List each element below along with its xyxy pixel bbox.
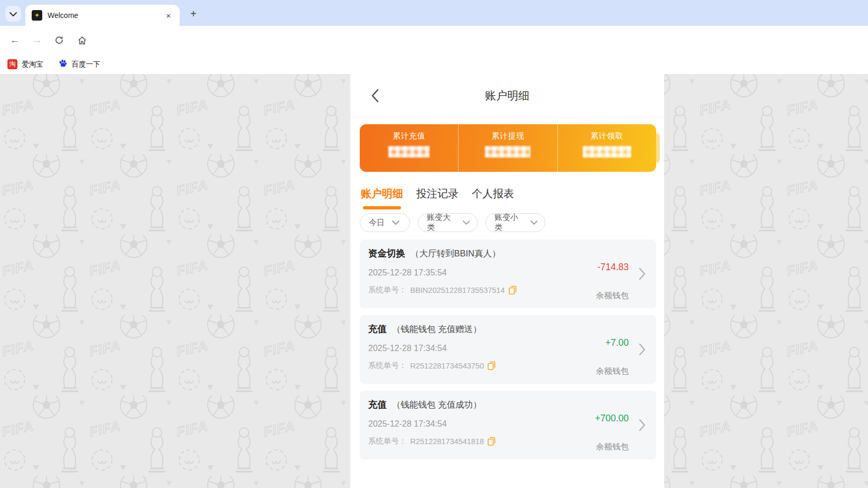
item-wallet-label: 余额钱包 [596, 441, 629, 453]
item-title: 充值 [368, 398, 387, 411]
reload-button[interactable] [52, 33, 67, 48]
transaction-list: 资金切换 （大厅转到BBIN真人） 2025-12-28 17:35:54 系统… [360, 240, 656, 459]
new-tab-button[interactable]: + [186, 6, 201, 21]
list-item[interactable]: 充值 （钱能钱包 充值成功） 2025-12-28 17:34:54 系统单号：… [360, 391, 656, 459]
stats-carousel: 累计充值 累计提现 累计领取 [360, 124, 656, 172]
bookmark-label: 爱淘宝 [22, 60, 43, 69]
item-serial-value: R2512281734543750 [410, 362, 484, 370]
bookmark-baidu[interactable]: 百度一下 [58, 59, 100, 70]
stat-total-claimed: 累计领取 [557, 124, 656, 172]
item-amount: +7.00 [605, 337, 629, 348]
content-panel: 账户明细 累计充值 累计提现 累计领取 账户明细 [350, 74, 664, 488]
chevron-down-icon [10, 9, 17, 19]
copy-icon [488, 437, 496, 446]
home-button[interactable] [74, 33, 89, 48]
stat-total-withdraw: 累计提现 [458, 124, 557, 172]
screen: ✦ Welcome × + ← → [0, 0, 868, 488]
chevron-right-icon [639, 419, 646, 434]
filter-label: 今日 [369, 218, 385, 228]
item-title: 充值 [368, 323, 387, 335]
stat-value-masked [583, 146, 631, 158]
chevron-right-icon [639, 268, 646, 282]
tab-close-button[interactable]: × [164, 11, 173, 20]
filter-label: 账变大类 [427, 213, 458, 233]
tabs-row: 账户明细 投注记录 个人报表 [361, 187, 664, 209]
forward-button[interactable]: → [30, 33, 44, 48]
tab-label: 个人报表 [472, 188, 514, 199]
item-amount: -714.83 [598, 262, 629, 273]
browser-toolbar: ← → ld48.com/reports/index?tab=0 [0, 26, 868, 54]
reload-icon [54, 35, 64, 45]
tab-search-button[interactable] [5, 6, 21, 22]
filter-date-dropdown[interactable]: 今日 [360, 213, 410, 232]
copy-icon [509, 286, 517, 294]
bookmarks-bar: 淘 爱淘宝 百度一下 [0, 54, 868, 74]
item-subtitle: （钱能钱包 充值成功） [392, 399, 482, 411]
item-serial-value: BBIN202512281735537514 [410, 286, 505, 294]
browser-tab-strip: ✦ Welcome × + [0, 0, 868, 26]
filters-row: 今日 账变大类 账变小类 [360, 213, 664, 232]
bookmark-aitaobao[interactable]: 淘 爱淘宝 [7, 59, 43, 69]
item-serial-label: 系统单号： [368, 361, 407, 371]
list-item[interactable]: 资金切换 （大厅转到BBIN真人） 2025-12-28 17:35:54 系统… [360, 240, 656, 308]
stat-label: 累计提现 [491, 131, 524, 141]
active-tab-underline [363, 206, 401, 209]
stat-value-masked [388, 146, 430, 158]
page-title: 账户明细 [350, 74, 664, 117]
browser-tab[interactable]: ✦ Welcome × [25, 5, 180, 26]
item-title: 资金切换 [368, 247, 405, 260]
copy-button[interactable] [488, 437, 496, 446]
filter-major-type-dropdown[interactable]: 账变大类 [418, 213, 478, 232]
page-header: 账户明细 [350, 74, 664, 117]
home-icon [77, 35, 87, 45]
filter-minor-type-dropdown[interactable]: 账变小类 [486, 213, 545, 232]
item-subtitle: （大厅转到BBIN真人） [410, 248, 501, 260]
tab-label: 投注记录 [416, 188, 459, 199]
tab-label: 账户明细 [361, 188, 403, 199]
copy-icon [488, 361, 496, 370]
copy-button[interactable] [488, 361, 496, 370]
tab-bet-records[interactable]: 投注记录 [416, 187, 459, 209]
copy-button[interactable] [509, 286, 517, 294]
site-favicon-icon: ✦ [32, 10, 42, 21]
item-wallet-label: 余额钱包 [596, 366, 629, 377]
item-amount: +700.00 [595, 413, 629, 424]
stat-label: 累计领取 [591, 131, 623, 141]
item-subtitle: （钱能钱包 充值赠送） [392, 324, 482, 335]
taobao-icon: 淘 [7, 59, 17, 69]
bookmark-label: 百度一下 [72, 60, 100, 69]
item-serial-label: 系统单号： [368, 285, 407, 295]
baidu-paw-icon [58, 59, 68, 70]
stats-card: 累计充值 累计提现 累计领取 [360, 124, 656, 172]
item-wallet-label: 余额钱包 [596, 290, 629, 301]
chevron-right-icon [639, 343, 646, 358]
chevron-down-icon [463, 220, 470, 225]
list-item[interactable]: 充值 （钱能钱包 充值赠送） 2025-12-28 17:34:54 系统单号：… [360, 315, 656, 384]
tab-personal-report[interactable]: 个人报表 [472, 187, 514, 209]
tab-account-details[interactable]: 账户明细 [361, 187, 403, 209]
filter-label: 账变小类 [494, 213, 525, 233]
stat-value-masked [485, 146, 530, 158]
chevron-down-icon [530, 220, 537, 225]
stat-label: 累计充值 [393, 131, 425, 141]
chevron-down-icon [392, 220, 399, 225]
back-button[interactable]: ← [7, 33, 22, 48]
item-serial-label: 系统单号： [368, 436, 407, 446]
tab-title: Welcome [48, 11, 164, 20]
stat-total-deposit: 累计充值 [360, 124, 458, 172]
item-serial-value: R2512281734541818 [410, 437, 484, 446]
